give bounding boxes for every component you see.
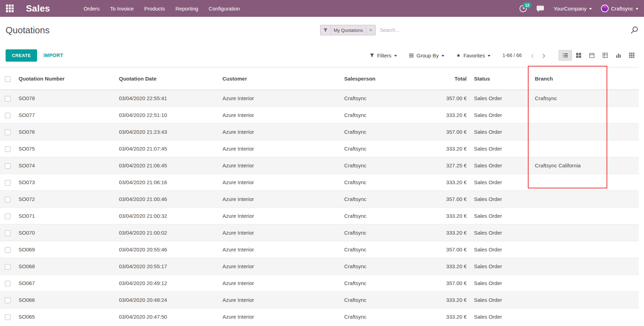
cell-customer: Azure Interior bbox=[220, 241, 341, 258]
grid-view-icon[interactable] bbox=[625, 50, 638, 61]
cell-status: Sales Order bbox=[471, 308, 532, 325]
calendar-view-icon[interactable] bbox=[585, 50, 599, 61]
control-panel-top: Quotations My Quotations ✕ bbox=[0, 17, 644, 43]
cell-customer: Azure Interior bbox=[220, 90, 341, 107]
cell-total: 333.20 € bbox=[411, 174, 471, 191]
cell-quotation-date: 03/04/2020 20:55:46 bbox=[116, 241, 220, 258]
cell-status: Sales Order bbox=[471, 174, 532, 191]
table-row[interactable]: SO071 03/04/2020 21:00:32 Azure Interior… bbox=[0, 208, 639, 224]
cell-total: 333.20 € bbox=[411, 208, 471, 224]
cell-branch bbox=[532, 174, 639, 191]
chevron-down-icon bbox=[394, 55, 397, 57]
graph-view-icon[interactable] bbox=[612, 50, 625, 61]
search-magnifier-icon[interactable] bbox=[630, 26, 638, 34]
menu-item-to-invoice[interactable]: To Invoice bbox=[110, 6, 134, 12]
row-checkbox[interactable] bbox=[5, 197, 10, 202]
menu-item-orders[interactable]: Orders bbox=[84, 6, 100, 12]
cell-branch bbox=[532, 208, 639, 224]
table-row[interactable]: SO070 03/04/2020 21:00:02 Azure Interior… bbox=[0, 224, 639, 241]
cell-quotation-number: SO065 bbox=[16, 308, 116, 325]
cell-total: 333.20 € bbox=[411, 258, 471, 275]
row-checkbox[interactable] bbox=[5, 264, 10, 270]
column-header-quotation-number[interactable]: Quotation Number bbox=[16, 68, 116, 90]
row-checkbox[interactable] bbox=[5, 314, 10, 320]
table-row[interactable]: SO078 03/04/2020 22:55:41 Azure Interior… bbox=[0, 90, 639, 107]
favorites-dropdown[interactable]: ★ Favorites bbox=[456, 53, 490, 58]
chevron-down-icon bbox=[589, 8, 592, 10]
column-header-status[interactable]: Status bbox=[471, 68, 532, 90]
cell-salesperson: Craftsync bbox=[341, 174, 411, 191]
cell-salesperson: Craftsync bbox=[341, 208, 411, 224]
top-navbar: Sales Orders To Invoice Products Reporti… bbox=[0, 0, 644, 17]
table-row[interactable]: SO073 03/04/2020 21:06:16 Azure Interior… bbox=[0, 174, 639, 191]
avatar bbox=[601, 5, 609, 12]
row-checkbox[interactable] bbox=[5, 281, 10, 286]
menu-item-reporting[interactable]: Reporting bbox=[176, 6, 198, 12]
table-row[interactable]: SO072 03/04/2020 21:00:46 Azure Interior… bbox=[0, 191, 639, 208]
list-view-icon[interactable] bbox=[559, 50, 572, 61]
column-header-quotation-date[interactable]: Quotation Date bbox=[116, 68, 220, 90]
apps-menu-icon[interactable] bbox=[6, 4, 14, 13]
table-row[interactable]: SO067 03/04/2020 20:49:12 Azure Interior… bbox=[0, 275, 639, 292]
table-row[interactable]: SO069 03/04/2020 20:55:46 Azure Interior… bbox=[0, 241, 639, 258]
row-checkbox[interactable] bbox=[5, 130, 10, 135]
facet-remove-icon[interactable]: ✕ bbox=[366, 25, 375, 35]
company-switcher[interactable]: YourCompany bbox=[553, 6, 592, 12]
page-title: Quotations bbox=[6, 25, 50, 36]
search-input[interactable] bbox=[376, 27, 630, 33]
select-all-checkbox[interactable] bbox=[5, 76, 10, 82]
cell-total: 357.00 € bbox=[411, 275, 471, 292]
create-button[interactable]: CREATE bbox=[6, 49, 37, 62]
cell-total: 357.00 € bbox=[411, 191, 471, 208]
cell-quotation-number: SO066 bbox=[16, 292, 116, 308]
cell-total: 333.20 € bbox=[411, 308, 471, 325]
table-row[interactable]: SO076 03/04/2020 21:23:43 Azure Interior… bbox=[0, 124, 639, 140]
column-header-branch[interactable]: Branch bbox=[532, 68, 639, 90]
import-button[interactable]: IMPORT bbox=[43, 53, 63, 58]
cell-salesperson: Craftsync bbox=[341, 241, 411, 258]
column-header-total[interactable]: Total bbox=[411, 68, 471, 90]
column-header-customer[interactable]: Customer bbox=[220, 68, 341, 90]
table-row[interactable]: SO075 03/04/2020 21:07:45 Azure Interior… bbox=[0, 140, 639, 157]
cell-total: 357.00 € bbox=[411, 90, 471, 107]
activities-clock-icon[interactable]: 12 bbox=[519, 5, 527, 13]
chevron-down-icon bbox=[488, 55, 490, 57]
group-by-dropdown[interactable]: Group By bbox=[409, 53, 444, 58]
row-checkbox[interactable] bbox=[5, 113, 10, 118]
user-menu[interactable]: Craftsync bbox=[601, 5, 638, 12]
control-panel-right: Filters Group By ★ Favorites 1-66 / 66 ‹… bbox=[370, 50, 638, 61]
menu-item-products[interactable]: Products bbox=[144, 6, 165, 12]
table-row[interactable]: SO074 03/04/2020 21:06:45 Azure Interior… bbox=[0, 157, 639, 174]
row-checkbox[interactable] bbox=[5, 214, 10, 219]
filters-dropdown[interactable]: Filters bbox=[370, 53, 397, 58]
table-row[interactable]: SO068 03/04/2020 20:55:17 Azure Interior… bbox=[0, 258, 639, 275]
control-panel-buttons: CREATE IMPORT Filters Group By bbox=[0, 43, 644, 67]
row-checkbox[interactable] bbox=[5, 180, 10, 186]
bars-icon bbox=[409, 53, 414, 58]
messages-chat-icon[interactable] bbox=[536, 5, 544, 13]
cell-salesperson: Craftsync bbox=[341, 258, 411, 275]
cell-salesperson: Craftsync bbox=[341, 107, 411, 124]
row-checkbox[interactable] bbox=[5, 146, 10, 152]
row-checkbox[interactable] bbox=[5, 247, 10, 253]
row-checkbox[interactable] bbox=[5, 298, 10, 303]
row-checkbox[interactable] bbox=[5, 163, 10, 169]
row-checkbox[interactable] bbox=[5, 230, 10, 236]
cell-quotation-number: SO075 bbox=[16, 140, 116, 157]
pager-previous-icon[interactable]: ‹ bbox=[527, 52, 538, 59]
cell-total: 327.25 € bbox=[411, 157, 471, 174]
table-row[interactable]: SO066 03/04/2020 20:48:24 Azure Interior… bbox=[0, 292, 639, 308]
table-row[interactable]: SO065 03/04/2020 20:47:50 Azure Interior… bbox=[0, 308, 639, 325]
row-checkbox[interactable] bbox=[5, 96, 10, 102]
cell-status: Sales Order bbox=[471, 208, 532, 224]
pager-next-icon[interactable]: › bbox=[538, 52, 550, 59]
chevron-down-icon bbox=[636, 8, 638, 10]
kanban-view-icon[interactable] bbox=[572, 50, 585, 61]
pivot-view-icon[interactable] bbox=[599, 50, 612, 61]
table-row[interactable]: SO077 03/04/2020 22:51:10 Azure Interior… bbox=[0, 107, 639, 124]
menu-item-configuration[interactable]: Configuration bbox=[209, 6, 240, 12]
filters-label: Filters bbox=[377, 53, 391, 58]
cell-salesperson: Craftsync bbox=[341, 292, 411, 308]
column-header-salesperson[interactable]: Salesperson bbox=[341, 68, 411, 90]
cell-status: Sales Order bbox=[471, 124, 532, 140]
